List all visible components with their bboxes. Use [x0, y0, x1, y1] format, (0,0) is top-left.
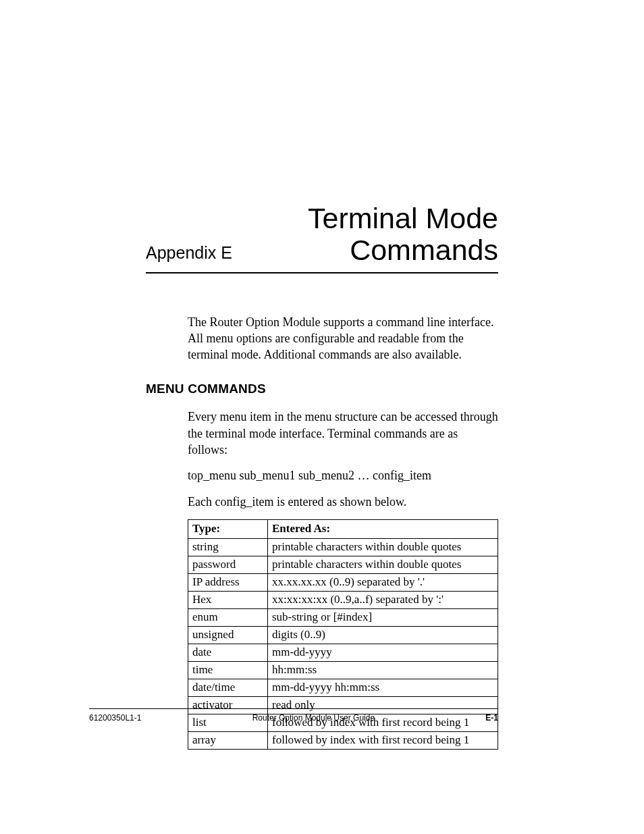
- cell-entered: hh:mm:ss: [268, 661, 498, 679]
- table-row: Hexxx:xx:xx:xx (0..9,a..f) separated by …: [188, 591, 498, 608]
- cell-entered: mm-dd-yyyy hh:mm:ss: [268, 679, 498, 696]
- cell-type: unsigned: [188, 626, 268, 644]
- title-line-1: Terminal Mode: [308, 202, 498, 234]
- table-row: stringprintable characters within double…: [188, 538, 498, 556]
- footer-doc-number: 61200350L1-1: [89, 713, 141, 723]
- body-paragraph-3: Each config_item is entered as shown bel…: [188, 494, 498, 510]
- table-row: timehh:mm:ss: [188, 661, 498, 679]
- table-row: passwordprintable characters within doub…: [188, 556, 498, 573]
- section-heading-menu-commands: MENU COMMANDS: [146, 382, 498, 396]
- cell-type: date/time: [188, 679, 268, 696]
- table-header-entered-as: Entered As:: [268, 519, 498, 538]
- table-row: IP addressxx.xx.xx.xx (0..9) separated b…: [188, 573, 498, 591]
- cell-type: IP address: [188, 573, 268, 591]
- title-header: Appendix E Terminal Mode Commands: [146, 203, 498, 273]
- table-row: unsigneddigits (0..9): [188, 626, 498, 644]
- cell-entered: xx:xx:xx:xx (0..9,a..f) separated by ':': [268, 591, 498, 608]
- table-header-row: Type: Entered As:: [188, 519, 498, 538]
- cell-type: enum: [188, 608, 268, 626]
- cell-type: time: [188, 661, 268, 679]
- footer-page-number: E-1: [485, 713, 498, 723]
- page-footer: 61200350L1-1 Router Option Module User G…: [89, 708, 498, 723]
- cell-entered: digits (0..9): [268, 626, 498, 644]
- table-row: enumsub-string or [#index]: [188, 608, 498, 626]
- cell-entered: printable characters within double quote…: [268, 556, 498, 573]
- body-paragraph-2: top_menu sub_menu1 sub_menu2 … config_it…: [188, 467, 498, 484]
- footer-doc-title: Router Option Module User Guide: [252, 713, 375, 723]
- body-paragraph-1: Every menu item in the menu structure ca…: [188, 409, 498, 458]
- appendix-label: Appendix E: [146, 243, 232, 267]
- page-title: Terminal Mode Commands: [308, 203, 498, 267]
- cell-type: string: [188, 538, 268, 556]
- intro-paragraph: The Router Option Module supports a comm…: [188, 314, 498, 363]
- cell-entered: printable characters within double quote…: [268, 538, 498, 556]
- title-line-2: Commands: [350, 234, 498, 266]
- table-row: arrayfollowed by index with first record…: [188, 731, 498, 749]
- cell-entered: followed by index with first record bein…: [268, 731, 498, 749]
- cell-entered: sub-string or [#index]: [268, 608, 498, 626]
- table-header-type: Type:: [188, 519, 268, 538]
- cell-type: array: [188, 731, 268, 749]
- cell-type: Hex: [188, 591, 268, 608]
- table-row: datemm-dd-yyyy: [188, 644, 498, 661]
- cell-entered: mm-dd-yyyy: [268, 644, 498, 661]
- cell-entered: xx.xx.xx.xx (0..9) separated by '.': [268, 573, 498, 591]
- page-content: Appendix E Terminal Mode Commands The Ro…: [0, 0, 644, 750]
- cell-type: date: [188, 644, 268, 661]
- table-row: date/timemm-dd-yyyy hh:mm:ss: [188, 679, 498, 696]
- cell-type: password: [188, 556, 268, 573]
